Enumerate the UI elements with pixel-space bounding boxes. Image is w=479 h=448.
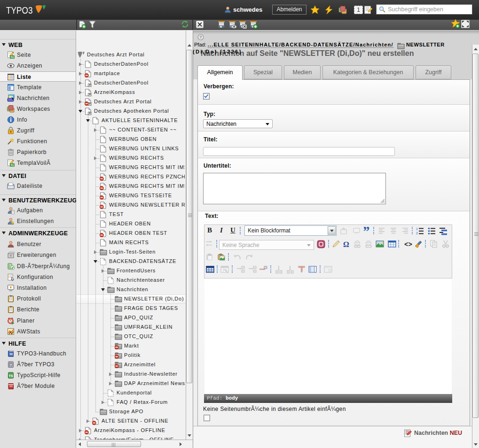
svg-text:?: ? <box>199 35 202 39</box>
svg-text:1: 1 <box>416 227 418 231</box>
svg-text:TS: TS <box>8 374 13 378</box>
svg-text:?: ? <box>10 363 12 367</box>
svg-text:Ω: Ω <box>343 240 349 248</box>
svg-text:M: M <box>9 352 13 356</box>
svg-text:TV: TV <box>10 164 14 167</box>
svg-text:TV: TV <box>10 56 14 59</box>
svg-text:2: 2 <box>416 232 418 235</box>
svg-text:<>: <> <box>404 241 412 248</box>
svg-text:”: ” <box>364 227 370 235</box>
